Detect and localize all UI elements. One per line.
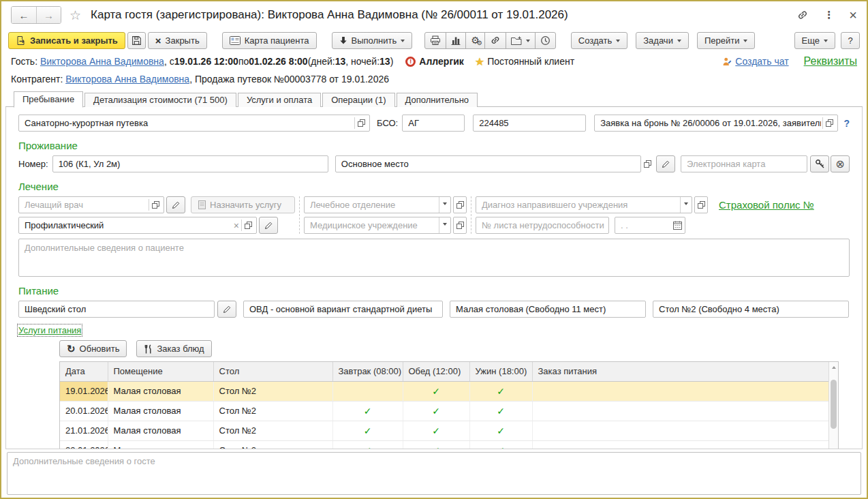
tab-additional[interactable]: Дополнительно xyxy=(397,93,478,107)
requisites-link[interactable]: Реквизиты xyxy=(804,55,857,67)
tasks-button[interactable]: Задачи xyxy=(636,32,689,49)
calendar-icon[interactable] xyxy=(673,221,682,230)
back-button[interactable]: ← xyxy=(12,7,36,23)
dropdown-caret-icon xyxy=(677,40,681,44)
dining-room-input[interactable] xyxy=(454,304,644,314)
open-booking-icon[interactable] xyxy=(826,119,833,127)
create-chat-link[interactable]: Создать чат xyxy=(735,56,788,67)
more-button[interactable]: Еще xyxy=(794,32,835,49)
settings-button[interactable]: ⚙⚙ xyxy=(465,32,485,49)
navigate-button[interactable]: Перейти xyxy=(697,32,756,49)
room-input[interactable] xyxy=(57,159,326,169)
sick-leave-date-input[interactable] xyxy=(619,220,673,230)
table-row[interactable]: 20.01.2026 Малая столовая Стол №2 ✓ ✓ ✓ xyxy=(60,401,829,421)
more-menu-icon[interactable]: ⋮ xyxy=(824,9,834,21)
bso-number-input[interactable] xyxy=(478,118,584,128)
col-header-order[interactable]: Заказ питания xyxy=(532,362,829,381)
open-doctor-icon[interactable] xyxy=(152,201,159,209)
guest-name-link[interactable]: Викторова Анна Вадимовна xyxy=(40,56,164,67)
scroll-up-icon[interactable] xyxy=(829,363,838,371)
treatment-type-input[interactable] xyxy=(23,220,232,230)
doctor-input[interactable] xyxy=(23,200,149,210)
diet-input[interactable] xyxy=(248,304,441,314)
voucher-type-input[interactable] xyxy=(23,118,354,128)
create-button[interactable]: Создать xyxy=(571,32,627,49)
patient-card-button[interactable]: Карта пациента xyxy=(222,32,317,49)
booking-help-link[interactable]: ? xyxy=(843,118,850,129)
col-header-room[interactable]: Помещение xyxy=(108,362,213,381)
col-header-table[interactable]: Стол xyxy=(213,362,332,381)
bso-series-input[interactable] xyxy=(407,118,463,128)
edit-treatment-type-button[interactable] xyxy=(259,217,278,234)
assign-service-button[interactable]: Назначить услугу xyxy=(191,196,295,213)
fork-knife-icon xyxy=(144,344,153,354)
sick-leave-input[interactable] xyxy=(480,220,607,230)
booking-request-input[interactable] xyxy=(599,118,822,128)
add-to-folder-button[interactable] xyxy=(506,32,536,49)
order-dishes-button[interactable]: Заказ блюд xyxy=(136,340,211,357)
copy-link-icon[interactable] xyxy=(796,9,809,21)
open-voucher-icon[interactable] xyxy=(358,119,365,127)
execute-button[interactable]: Выполнить xyxy=(332,32,413,49)
col-header-breakfast[interactable]: Завтрак (08:00) xyxy=(332,362,403,381)
clear-x-icon[interactable]: × xyxy=(232,220,241,231)
diagnosis-input[interactable] xyxy=(480,200,680,210)
medical-org-dropdown[interactable] xyxy=(439,217,450,233)
help-button[interactable]: ? xyxy=(841,32,860,49)
card-key-button[interactable] xyxy=(810,155,829,172)
attach-link-button[interactable] xyxy=(484,32,506,49)
table-row[interactable]: 22.01.2026 Малая столовая Стол №2 ✓ ✓ ✓ xyxy=(60,440,829,449)
department-input[interactable] xyxy=(309,200,439,210)
pencil-icon xyxy=(171,200,181,210)
diagnosis-dropdown[interactable] xyxy=(680,197,692,213)
col-header-lunch[interactable]: Обед (12:00) xyxy=(403,362,469,381)
tab-operations[interactable]: Операции (1) xyxy=(322,93,394,107)
dining-table-field xyxy=(653,301,849,318)
open-place-icon[interactable] xyxy=(644,160,651,168)
card-clear-button[interactable]: ⊗ xyxy=(831,155,850,172)
place-input[interactable] xyxy=(340,159,639,169)
insurance-policy-link[interactable]: Страховой полис № xyxy=(719,199,814,234)
close-window-icon[interactable]: × xyxy=(849,8,857,22)
guest-notes-textarea[interactable] xyxy=(7,452,861,495)
open-icon xyxy=(698,201,705,209)
treatment-block: Назначить услугу × xyxy=(18,196,850,234)
dining-table-input[interactable] xyxy=(657,304,847,314)
edit-meal-type-button[interactable] xyxy=(217,301,236,318)
forward-button[interactable]: → xyxy=(36,7,61,23)
favorite-star-icon[interactable]: ☆ xyxy=(69,7,81,23)
medical-org-input[interactable] xyxy=(309,220,439,230)
department-dropdown[interactable] xyxy=(439,197,450,213)
tab-cost-details[interactable]: Детализация стоимости (71 500) xyxy=(84,93,236,107)
patient-notes-textarea[interactable] xyxy=(18,239,850,277)
meal-type-field xyxy=(18,301,215,318)
dinner-checkmark: ✓ xyxy=(469,381,532,401)
table-scrollbar[interactable] xyxy=(828,362,838,449)
tab-services-payment[interactable]: Услуги и оплата xyxy=(238,93,321,107)
col-header-date[interactable]: Дата xyxy=(60,362,108,381)
reports-button[interactable] xyxy=(446,32,466,49)
tab-stay[interactable]: Пребывание xyxy=(14,91,83,108)
save-button[interactable] xyxy=(127,32,146,49)
open-icon xyxy=(456,222,464,229)
refresh-button[interactable]: ↻ Обновить xyxy=(59,340,127,357)
history-button[interactable] xyxy=(535,32,556,49)
edit-doctor-button[interactable] xyxy=(166,196,185,213)
open-treatment-type-icon[interactable] xyxy=(245,222,252,229)
contractor-name-link[interactable]: Викторова Анна Вадимовна xyxy=(65,74,189,85)
electronic-card-input[interactable] xyxy=(685,159,805,169)
meal-services-link[interactable]: Услуги питания xyxy=(18,325,81,335)
open-department-button[interactable] xyxy=(453,196,467,213)
open-diagnosis-button[interactable] xyxy=(694,196,708,213)
col-header-dinner[interactable]: Ужин (18:00) xyxy=(469,362,532,381)
print-button[interactable] xyxy=(424,32,446,49)
edit-place-button[interactable] xyxy=(656,155,675,172)
sale-document-text: , Продажа путевок №00003778 от 19.01.202… xyxy=(189,74,389,85)
table-row[interactable]: 21.01.2026 Малая столовая Стол №2 ✓ ✓ ✓ xyxy=(60,421,829,440)
close-button[interactable]: × Закрыть xyxy=(148,32,207,49)
table-row[interactable]: 19.01.2026 Малая столовая Стол №2 ✓ ✓ xyxy=(60,381,829,401)
meal-type-input[interactable] xyxy=(23,304,213,314)
scrollbar-thumb[interactable] xyxy=(831,380,837,429)
open-medical-org-button[interactable] xyxy=(453,217,467,234)
save-and-close-button[interactable]: Записать и закрыть xyxy=(8,32,125,49)
